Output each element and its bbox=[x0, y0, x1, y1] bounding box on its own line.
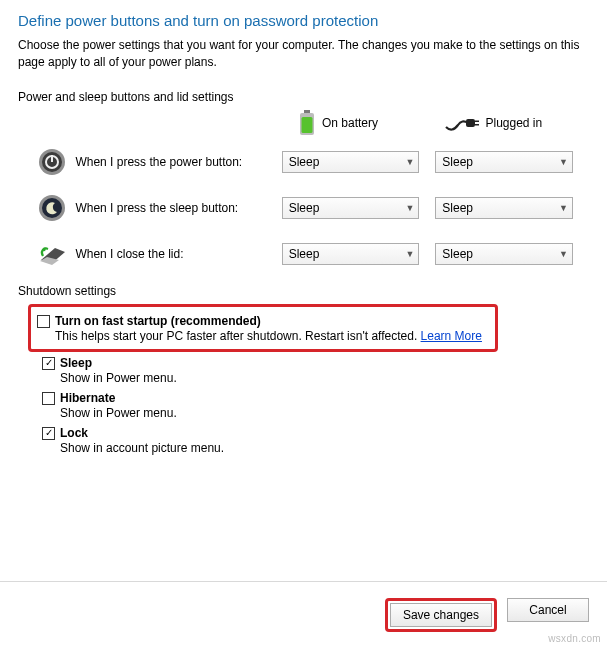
page-description: Choose the power settings that you want … bbox=[18, 37, 589, 72]
sleep-button-icon bbox=[36, 192, 67, 224]
dropdown-value: Sleep bbox=[442, 247, 473, 261]
plug-icon bbox=[444, 113, 480, 133]
svg-rect-4 bbox=[475, 120, 479, 122]
lock-checkbox[interactable]: ✓ bbox=[42, 427, 55, 440]
cancel-button[interactable]: Cancel bbox=[507, 598, 589, 622]
dropdown-value: Sleep bbox=[289, 247, 320, 261]
section-label-power: Power and sleep buttons and lid settings bbox=[18, 90, 589, 104]
col-battery-label: On battery bbox=[322, 116, 378, 130]
learn-more-link[interactable]: Learn More bbox=[421, 329, 482, 343]
battery-icon bbox=[298, 110, 316, 136]
sleep-title: Sleep bbox=[60, 356, 92, 370]
dropdown-value: Sleep bbox=[442, 201, 473, 215]
col-plugged: Plugged in bbox=[444, 110, 590, 136]
lock-option[interactable]: ✓ Lock bbox=[42, 426, 589, 440]
sleep-battery-dropdown[interactable]: Sleep ▼ bbox=[282, 197, 420, 219]
lid-plugged-dropdown[interactable]: Sleep ▼ bbox=[435, 243, 573, 265]
row-sleep-button: When I press the sleep button: Sleep ▼ S… bbox=[36, 192, 589, 224]
fast-startup-checkbox[interactable] bbox=[37, 315, 50, 328]
highlight-fast-startup: Turn on fast startup (recommended) This … bbox=[28, 304, 498, 352]
dropdown-value: Sleep bbox=[289, 155, 320, 169]
chevron-down-icon: ▼ bbox=[405, 249, 414, 259]
chevron-down-icon: ▼ bbox=[405, 157, 414, 167]
sleep-desc: Show in Power menu. bbox=[60, 371, 589, 385]
row-sleep-label: When I press the sleep button: bbox=[75, 201, 281, 215]
row-lid-label: When I close the lid: bbox=[75, 247, 281, 261]
shutdown-options: ✓ Sleep Show in Power menu. Hibernate Sh… bbox=[18, 356, 589, 455]
power-battery-dropdown[interactable]: Sleep ▼ bbox=[282, 151, 420, 173]
page-title: Define power buttons and turn on passwor… bbox=[18, 12, 589, 29]
svg-rect-0 bbox=[304, 110, 310, 113]
sleep-checkbox[interactable]: ✓ bbox=[42, 357, 55, 370]
hibernate-title: Hibernate bbox=[60, 391, 115, 405]
svg-rect-3 bbox=[466, 119, 475, 127]
footer: Save changes Cancel bbox=[0, 581, 607, 648]
row-power-label: When I press the power button: bbox=[75, 155, 281, 169]
fast-startup-desc: This helps start your PC faster after sh… bbox=[55, 329, 489, 343]
section-label-shutdown: Shutdown settings bbox=[18, 284, 589, 298]
chevron-down-icon: ▼ bbox=[559, 157, 568, 167]
save-button[interactable]: Save changes bbox=[390, 603, 492, 627]
lid-icon bbox=[36, 238, 67, 270]
power-button-icon bbox=[36, 146, 67, 178]
power-plugged-dropdown[interactable]: Sleep ▼ bbox=[435, 151, 573, 173]
row-power-button: When I press the power button: Sleep ▼ S… bbox=[36, 146, 589, 178]
svg-rect-5 bbox=[475, 124, 479, 126]
dropdown-value: Sleep bbox=[442, 155, 473, 169]
svg-rect-2 bbox=[302, 117, 313, 133]
chevron-down-icon: ▼ bbox=[405, 203, 414, 213]
lid-battery-dropdown[interactable]: Sleep ▼ bbox=[282, 243, 420, 265]
hibernate-option[interactable]: Hibernate bbox=[42, 391, 589, 405]
column-headers: On battery Plugged in bbox=[18, 110, 589, 136]
fast-startup-title: Turn on fast startup (recommended) bbox=[55, 314, 489, 328]
lock-desc: Show in account picture menu. bbox=[60, 441, 589, 455]
col-battery: On battery bbox=[298, 110, 444, 136]
lock-title: Lock bbox=[60, 426, 88, 440]
settings-rows: When I press the power button: Sleep ▼ S… bbox=[36, 146, 589, 270]
chevron-down-icon: ▼ bbox=[559, 249, 568, 259]
highlight-save: Save changes bbox=[385, 598, 497, 632]
fast-startup-option[interactable]: Turn on fast startup (recommended) This … bbox=[37, 314, 489, 343]
col-plugged-label: Plugged in bbox=[486, 116, 543, 130]
dropdown-value: Sleep bbox=[289, 201, 320, 215]
row-lid: When I close the lid: Sleep ▼ Sleep ▼ bbox=[36, 238, 589, 270]
sleep-option[interactable]: ✓ Sleep bbox=[42, 356, 589, 370]
hibernate-desc: Show in Power menu. bbox=[60, 406, 589, 420]
chevron-down-icon: ▼ bbox=[559, 203, 568, 213]
sleep-plugged-dropdown[interactable]: Sleep ▼ bbox=[435, 197, 573, 219]
hibernate-checkbox[interactable] bbox=[42, 392, 55, 405]
